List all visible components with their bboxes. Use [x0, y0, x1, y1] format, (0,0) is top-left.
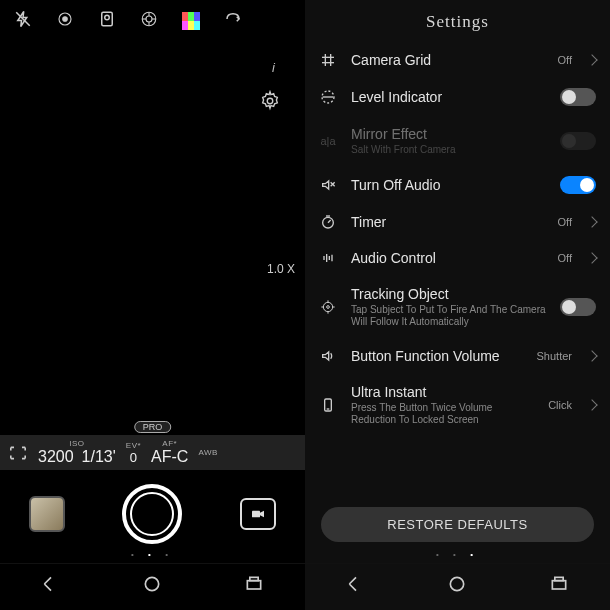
svg-point-39 [451, 577, 464, 590]
af-readout[interactable]: AF* AF-C [151, 439, 188, 466]
svg-rect-15 [250, 577, 258, 580]
svg-point-11 [267, 98, 273, 104]
shutter-button[interactable] [122, 484, 182, 544]
mute-icon [317, 177, 339, 193]
svg-line-25 [328, 220, 331, 223]
svg-rect-12 [252, 511, 260, 518]
svg-point-13 [146, 577, 159, 590]
svg-point-4 [105, 15, 110, 20]
page-dots-right: • • • [305, 550, 610, 563]
chevron-right-icon [586, 399, 597, 410]
chevron-right-icon [586, 350, 597, 361]
recents-icon[interactable] [244, 574, 264, 598]
svg-point-2 [63, 17, 68, 22]
restore-defaults-button[interactable]: RESTORE DEFAULTS [321, 507, 594, 542]
video-mode-button[interactable] [240, 498, 276, 530]
settings-panel: Settings Camera Grid Off Level Indicator… [305, 0, 610, 610]
chevron-right-icon [586, 216, 597, 227]
nav-bar-right [305, 563, 610, 610]
recents-icon[interactable] [549, 574, 569, 598]
svg-rect-40 [552, 581, 565, 589]
row-mirror-effect: a|a Mirror Effect Salt With Front Camera [305, 116, 610, 166]
info-icon[interactable]: i [272, 60, 275, 75]
level-toggle[interactable] [560, 88, 596, 106]
page-dots: • • • [0, 550, 305, 563]
camera-panel: i 1.0 X PRO ISO 3200 1/13' EV* 0 AF* AF-… [0, 0, 305, 610]
chevron-right-icon [586, 54, 597, 65]
svg-point-31 [323, 302, 332, 311]
timer-icon [317, 214, 339, 230]
chevron-right-icon [586, 252, 597, 263]
row-button-function[interactable]: Button Function Volume Shutter [305, 338, 610, 374]
gallery-thumbnail[interactable] [29, 496, 65, 532]
nav-bar [0, 563, 305, 610]
svg-point-6 [146, 16, 152, 22]
ev-readout[interactable]: EV* 0 [126, 441, 141, 465]
settings-list[interactable]: Camera Grid Off Level Indicator a|a Mirr… [305, 42, 610, 499]
grid-icon [317, 52, 339, 68]
volume-icon [317, 348, 339, 364]
svg-rect-41 [555, 577, 563, 580]
iso-readout[interactable]: ISO 3200 1/13' [38, 439, 116, 466]
aspect-icon[interactable] [8, 445, 28, 461]
viewfinder[interactable]: i 1.0 X PRO [0, 42, 305, 435]
tracking-toggle[interactable] [560, 298, 596, 316]
mirror-toggle [560, 132, 596, 150]
level-icon [317, 89, 339, 105]
aperture-icon[interactable] [140, 10, 158, 32]
pro-badge: PRO [134, 421, 172, 433]
top-icon-row [0, 0, 305, 42]
filter-icon[interactable] [182, 12, 200, 30]
row-level-indicator[interactable]: Level Indicator [305, 78, 610, 116]
back-icon[interactable] [346, 574, 366, 598]
home-icon[interactable] [447, 574, 467, 598]
zoom-label[interactable]: 1.0 X [267, 262, 295, 276]
portrait-icon[interactable] [98, 10, 116, 32]
mirror-icon: a|a [317, 135, 339, 147]
settings-title: Settings [305, 0, 610, 42]
svg-rect-14 [247, 581, 260, 589]
hdr-icon[interactable] [56, 10, 74, 32]
row-audio-control[interactable]: Audio Control Off [305, 240, 610, 276]
back-icon[interactable] [41, 574, 61, 598]
flash-off-icon[interactable] [14, 10, 32, 32]
row-tracking-object[interactable]: Tracking Object Tap Subject To Put To Fi… [305, 276, 610, 338]
exposure-bar: ISO 3200 1/13' EV* 0 AF* AF-C AWB [0, 435, 305, 470]
settings-gear-icon[interactable] [259, 90, 281, 116]
row-timer[interactable]: Timer Off [305, 204, 610, 240]
row-camera-grid[interactable]: Camera Grid Off [305, 42, 610, 78]
target-icon [317, 299, 339, 315]
shutter-row [0, 470, 305, 550]
loop-icon[interactable] [224, 10, 242, 32]
home-icon[interactable] [142, 574, 162, 598]
audio-toggle[interactable] [560, 176, 596, 194]
phone-icon [317, 397, 339, 413]
svg-point-32 [327, 306, 330, 309]
row-turn-off-audio[interactable]: Turn Off Audio [305, 166, 610, 204]
row-ultra-instant[interactable]: Ultra Instant Press The Button Twice Vol… [305, 374, 610, 436]
awb-readout[interactable]: AWB [198, 448, 217, 457]
audio-control-icon [317, 250, 339, 266]
